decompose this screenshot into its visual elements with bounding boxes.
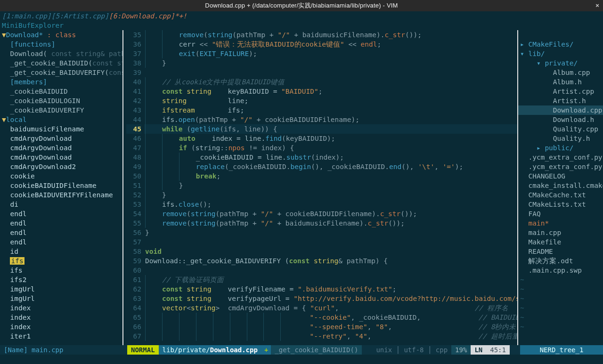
code-line[interactable]: string line; (144, 96, 517, 105)
nerdtree-file[interactable]: Download.h (518, 115, 603, 124)
code-line[interactable]: const string keyBAIDUID = "BAIDUID"; (144, 87, 517, 96)
nerdtree-file[interactable]: FAQ (518, 209, 603, 218)
nerdtree-empty[interactable]: ~ (518, 322, 603, 332)
taglist-local[interactable]: index (0, 313, 122, 322)
code-line[interactable] (144, 68, 517, 77)
code-line[interactable]: Download::_get_cookie_BAIDUVERIFY (const… (144, 256, 517, 266)
code-line[interactable]: vector<string> cmdArgvDownload = { "curl… (144, 303, 517, 313)
code-line[interactable]: _cookieBAIDUID = line.substr(index); (144, 153, 517, 162)
nerdtree-file[interactable]: .ycm_extra_conf.pyc (518, 162, 603, 171)
code-line[interactable]: auto index = line.find(keyBAIDUID); (144, 134, 517, 143)
code-line[interactable]: "--speed-time", "8", // 8秒内未下载1字节> (144, 322, 517, 332)
taglist-pane[interactable]: ▼Download* : class [functions] Download(… (0, 30, 122, 345)
taglist-local[interactable]: baidumusicFilename (0, 124, 122, 134)
nerdtree-file[interactable]: .ycm_extra_conf.py (518, 153, 603, 162)
taglist-local[interactable]: index (0, 322, 122, 332)
code-line[interactable]: } (144, 190, 517, 200)
code-line[interactable]: break; (144, 171, 517, 181)
code-line[interactable]: const string verifypageUrl = "http://ver… (144, 294, 517, 303)
taglist-local[interactable]: endl (0, 218, 122, 228)
minibuf-tab[interactable]: [1:main.cpp] (2, 12, 51, 20)
close-icon[interactable]: × (595, 1, 599, 10)
nerdtree-file[interactable]: main.cpp (518, 228, 603, 237)
taglist-local[interactable]: cookie (0, 171, 122, 181)
taglist-group[interactable]: ▼local (0, 115, 122, 124)
taglist-local[interactable]: ifs2 (0, 275, 122, 284)
taglist-local[interactable]: cmdArgvDownload (0, 134, 122, 143)
taglist-local[interactable]: id (0, 247, 122, 256)
taglist-group[interactable]: [functions] (0, 40, 122, 49)
taglist-local[interactable]: cookieBAIDUVERIFYFilename (0, 190, 122, 200)
taglist-local[interactable]: imgUrl (0, 284, 122, 294)
nerdtree-dir[interactable]: ▸ CMakeFiles/ (518, 40, 603, 49)
nerdtree-file[interactable]: Download.cpp (518, 105, 603, 115)
nerdtree-file[interactable]: Artist.h (518, 96, 603, 105)
code-line[interactable]: } (144, 181, 517, 190)
nerdtree-file[interactable]: CMakeLists.txt (518, 200, 603, 209)
nerdtree-file[interactable]: CHANGELOG (518, 171, 603, 181)
code-line[interactable]: cerr << "错误：无法获取BAIDUID的cookie键值" << end… (144, 40, 517, 49)
nerdtree-file[interactable]: Album.cpp (518, 68, 603, 77)
code-line[interactable]: ifstream ifs; (144, 105, 517, 115)
taglist-local[interactable]: ifs (0, 266, 122, 275)
taglist-local[interactable]: endl (0, 209, 122, 218)
taglist-group[interactable]: [members] (0, 77, 122, 87)
code-line[interactable]: if (string::npos != index) { (144, 143, 517, 153)
taglist-local[interactable]: index (0, 303, 122, 313)
code-line[interactable]: ifs.open(pathTmp + "/" + cookieBAIDUIDFi… (144, 115, 517, 124)
code-line[interactable]: } (144, 228, 517, 237)
nerdtree-empty[interactable]: ~ (518, 275, 603, 284)
taglist-local[interactable]: cmdArgvDownload (0, 143, 122, 153)
nerdtree-pane[interactable]: ▸ CMakeFiles/▾ lib/ ▾ private/ Album.cpp… (518, 30, 603, 345)
taglist-local[interactable]: imgUrl (0, 294, 122, 303)
taglist-function[interactable]: _get_cookie_BAIDUID(const str (0, 58, 122, 68)
code-line[interactable]: // 下载验证码页面 (144, 275, 517, 284)
nerdtree-file[interactable]: README (518, 247, 603, 256)
code-line[interactable]: // 从cookie文件中提取BAIDUID键值 (144, 77, 517, 87)
code-line[interactable] (144, 266, 517, 275)
nerdtree-empty[interactable]: ~ (518, 284, 603, 294)
taglist-local[interactable]: cookieBAIDUIDFilename (0, 181, 122, 190)
code-line[interactable]: remove(string(pathTmp + "/" + cookieBAID… (144, 209, 517, 218)
minibuf-tab[interactable]: [6:Download.cpp]*+! (109, 12, 187, 20)
taglist-local[interactable]: endl (0, 228, 122, 237)
nerdtree-empty[interactable]: ~ (518, 294, 603, 303)
command-line[interactable] (0, 355, 603, 364)
nerdtree-file[interactable]: Album.h (518, 77, 603, 87)
code-line[interactable]: while (getline(ifs, line)) { (144, 124, 517, 134)
code-line[interactable]: remove(string(pathTmp + "/" + baidumusic… (144, 30, 517, 40)
nerdtree-file[interactable]: .main.cpp.swp (518, 266, 603, 275)
nerdtree-file[interactable]: CMakeCache.txt (518, 190, 603, 200)
code-line[interactable]: "--retry", "4", // 超时后重试次数 (144, 332, 517, 341)
taglist-local[interactable]: cmdArgvDownload (0, 153, 122, 162)
taglist-class[interactable]: ▼Download* : class (0, 30, 122, 40)
code-line[interactable]: replace(_cookieBAIDUID.begin(), _cookieB… (144, 162, 517, 171)
code-line[interactable]: remove(string(pathTmp + "/" + baidumusic… (144, 218, 517, 228)
taglist-local[interactable]: di (0, 200, 122, 209)
taglist-local[interactable]: endl (0, 237, 122, 247)
code-line[interactable]: } (144, 58, 517, 68)
code-editor[interactable]: remove(string(pathTmp + "/" + baidumusic… (144, 30, 517, 345)
taglist-function[interactable]: Download( const string& pathTmp (0, 49, 122, 58)
taglist-member[interactable]: _cookieBAIDUVERIFY (0, 105, 122, 115)
taglist-local[interactable]: iter1 (0, 332, 122, 341)
taglist-local[interactable]: cmdArgvDownload2 (0, 162, 122, 171)
nerdtree-root[interactable] (518, 30, 603, 40)
nerdtree-file[interactable]: 解决方案.odt (518, 256, 603, 266)
nerdtree-dir[interactable]: ▾ lib/ (518, 49, 603, 58)
code-line[interactable]: "--cookie", _cookieBAIDUID, // BAIDUID的c… (144, 313, 517, 322)
taglist-local[interactable]: ifs (0, 256, 122, 266)
taglist-member[interactable]: _cookieBAIDULOGIN (0, 96, 122, 105)
nerdtree-dir[interactable]: ▸ public/ (518, 143, 603, 153)
taglist-function[interactable]: _get_cookie_BAIDUVERIFY(const (0, 68, 122, 77)
code-line[interactable]: exit(EXIT_FAILURE); (144, 49, 517, 58)
nerdtree-dir[interactable]: ▾ private/ (518, 58, 603, 68)
nerdtree-file[interactable]: Makefile (518, 237, 603, 247)
code-line[interactable]: ifs.close(); (144, 200, 517, 209)
minibuf-tab[interactable]: [5:Artist.cpp] (51, 12, 109, 20)
nerdtree-empty[interactable]: ~ (518, 313, 603, 322)
taglist-member[interactable]: _cookieBAIDUID (0, 87, 122, 96)
nerdtree-file[interactable]: Artist.cpp (518, 87, 603, 96)
code-line[interactable]: void (144, 247, 517, 256)
nerdtree-file[interactable]: Quality.cpp (518, 124, 603, 134)
